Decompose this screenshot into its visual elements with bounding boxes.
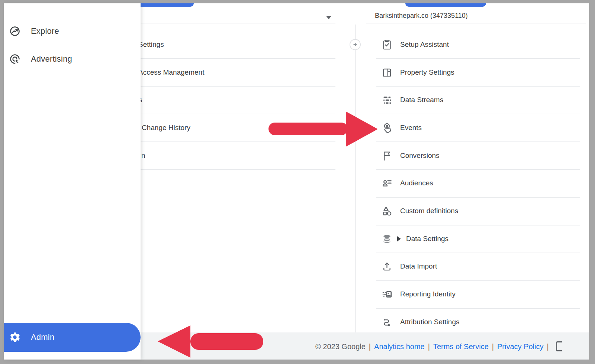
- footer-link-privacy-policy[interactable]: Privacy Policy: [497, 342, 543, 351]
- divider: [115, 142, 335, 142]
- conversions-icon: [381, 150, 393, 162]
- footer-separator: |: [492, 342, 494, 351]
- footer-separator: |: [369, 342, 371, 351]
- column-separator: [356, 25, 356, 332]
- account-menu-item-access-management[interactable]: Access Management: [138, 68, 204, 77]
- property-menu-item-label: Attribution Settings: [400, 318, 459, 326]
- property-menu-item-label: Data Settings: [406, 235, 448, 243]
- property-menu-item-conversions[interactable]: Conversions: [376, 142, 580, 169]
- property-menu-item-label: Data Import: [400, 262, 437, 270]
- divider: [115, 114, 335, 114]
- divider: [115, 58, 335, 59]
- attribution-settings-icon: [381, 316, 393, 328]
- screenshot-frame: Settings Access Management s Change Hist…: [0, 0, 595, 364]
- events-icon: [381, 122, 393, 134]
- nav-item-advertising[interactable]: Advertising: [4, 47, 141, 71]
- property-menu-item-data-import[interactable]: Data Import: [376, 253, 580, 280]
- advertising-icon: [9, 53, 21, 65]
- copyright-text: © 2023 Google: [315, 342, 366, 351]
- explore-icon: [9, 25, 21, 38]
- divider: [115, 169, 335, 170]
- property-menu-item-label: Events: [400, 124, 422, 132]
- property-menu-item-label: Audiences: [400, 179, 433, 187]
- data-streams-icon: [381, 94, 393, 106]
- property-settings-icon: [381, 66, 393, 78]
- account-menu-item-fragment[interactable]: n: [141, 151, 145, 160]
- global-nav-sidebar: Explore Advertising Admin: [4, 3, 141, 360]
- expand-arrow-icon[interactable]: [397, 236, 401, 241]
- property-menu-item-reporting-identity[interactable]: Reporting Identity: [376, 280, 580, 308]
- property-menu-item-label: Data Streams: [400, 96, 443, 104]
- property-menu-item-custom-definitions[interactable]: Custom definitions: [376, 197, 580, 225]
- property-menu-item-audiences[interactable]: Audiences: [376, 169, 580, 197]
- nav-item-label: Explore: [31, 26, 59, 36]
- property-menu-item-attribution-settings[interactable]: Attribution Settings: [376, 308, 580, 336]
- divider: [115, 23, 335, 23]
- property-name: Barksinthepark.co (347335110): [375, 12, 468, 20]
- setup-assistant-icon: [381, 39, 393, 51]
- property-menu-item-events[interactable]: Events: [376, 114, 580, 142]
- property-menu-item-label: Custom definitions: [400, 207, 458, 215]
- footer-link-analytics-home[interactable]: Analytics home: [374, 342, 425, 351]
- property-menu-item-data-streams[interactable]: Data Streams: [376, 86, 580, 114]
- property-menu-item-setup-assistant[interactable]: Setup Assistant: [376, 31, 580, 58]
- custom-definitions-icon: [381, 205, 393, 217]
- arrow-right-icon: [352, 41, 358, 48]
- footer: © 2023 Google | Analytics home | Terms o…: [315, 341, 562, 351]
- property-menu-item-label: Property Settings: [400, 68, 454, 77]
- feedback-icon-partial: [556, 341, 562, 351]
- data-settings-icon: [381, 233, 393, 245]
- property-menu-item-data-settings[interactable]: Data Settings: [376, 225, 580, 253]
- footer-link-terms-of-service[interactable]: Terms of Service: [433, 342, 489, 351]
- account-menu-item-change-history[interactable]: Change History: [142, 123, 190, 132]
- gear-icon: [9, 331, 21, 344]
- nav-item-explore[interactable]: Explore: [4, 19, 141, 43]
- nav-item-label: Advertising: [31, 54, 72, 64]
- reporting-identity-icon: [381, 288, 393, 300]
- divider: [115, 86, 335, 87]
- property-menu-item-label: Setup Assistant: [400, 40, 449, 49]
- property-menu-item-property-settings[interactable]: Property Settings: [376, 59, 580, 86]
- data-import-icon: [381, 260, 393, 272]
- audiences-icon: [381, 177, 393, 189]
- nav-item-admin[interactable]: Admin: [4, 323, 141, 352]
- create-property-button-partial[interactable]: [405, 3, 486, 7]
- property-menu-item-label: Conversions: [400, 152, 440, 160]
- footer-separator: |: [428, 342, 430, 351]
- divider: [366, 23, 586, 23]
- account-dropdown-caret[interactable]: [326, 16, 331, 19]
- property-menu-item-label: Reporting Identity: [400, 290, 456, 298]
- nav-item-label: Admin: [31, 332, 54, 342]
- account-menu-item-settings[interactable]: Settings: [138, 40, 164, 49]
- footer-separator: |: [547, 342, 549, 351]
- column-collapse-button[interactable]: [350, 39, 361, 50]
